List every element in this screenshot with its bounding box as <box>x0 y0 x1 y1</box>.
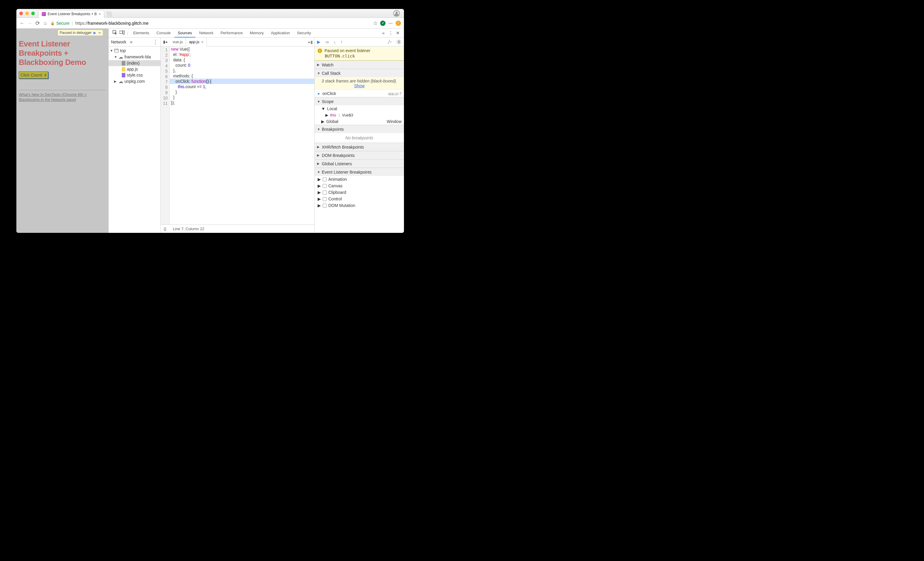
forward-icon[interactable]: → <box>27 21 33 26</box>
current-frame-icon: ➤ <box>317 92 321 96</box>
editor-tab[interactable]: vue.js <box>170 38 186 46</box>
pause-exceptions-icon[interactable]: II <box>396 39 402 45</box>
back-icon[interactable]: ← <box>20 21 25 26</box>
navigator-tab-network[interactable]: Network <box>111 40 126 44</box>
tab-performance[interactable]: Performance <box>217 28 246 38</box>
kebab-menu-icon[interactable]: ⋮ <box>153 39 158 45</box>
step-over-icon[interactable]: ⤼ <box>98 31 101 35</box>
svg-rect-2 <box>123 30 124 34</box>
event-category[interactable]: ▶Animation <box>315 176 404 183</box>
section-breakpoints[interactable]: ▼Breakpoints <box>315 125 404 133</box>
tree-file[interactable]: (index) <box>109 60 160 66</box>
more-tabs-icon[interactable]: » <box>130 39 132 45</box>
checkbox[interactable] <box>322 204 327 207</box>
file-tree: ▼top ▼☁framework-bla (index) app.js styl… <box>109 46 160 86</box>
pause-banner: iPaused on event listener BUTTON.click <box>315 46 404 60</box>
scope-global[interactable]: ▶GlobalWindow <box>315 118 404 125</box>
event-category[interactable]: ▶Control <box>315 196 404 202</box>
tab-console[interactable]: Console <box>153 28 174 38</box>
pretty-print-icon[interactable]: {} <box>164 226 166 231</box>
tree-origin[interactable]: ▼☁framework-bla <box>109 54 160 60</box>
close-window[interactable] <box>20 12 23 15</box>
devtools: | Elements Console Sources Network Perfo… <box>109 28 404 233</box>
more-tabs-icon[interactable]: » <box>380 30 387 35</box>
checkbox[interactable] <box>322 190 327 195</box>
close-tab-icon[interactable]: × <box>201 38 204 46</box>
debugger-pane: ▶ ⤼ ↓ ↑ ⧸◦ II iPaused on event listener … <box>315 38 404 233</box>
resume-icon[interactable]: ▶ <box>93 31 96 35</box>
extension-icon[interactable]: ! <box>396 21 401 26</box>
kebab-menu-icon[interactable]: ⋮ <box>387 30 394 36</box>
section-xhr-bp[interactable]: ▶XHR/fetch Breakpoints <box>315 142 404 151</box>
tab-title: Event Listener Breakpoints + B <box>48 12 97 16</box>
event-category[interactable]: ▶Clipboard <box>315 189 404 196</box>
device-toggle-icon[interactable] <box>119 30 125 35</box>
traffic-lights <box>20 12 35 15</box>
tree-top[interactable]: ▼top <box>109 48 160 54</box>
reload-icon[interactable]: ⟳ <box>35 20 40 27</box>
sources-body: Network » ⋮ ▼top ▼☁framework-bla (index)… <box>109 38 404 233</box>
paused-badge: Paused in debugger ▶ ⤼ <box>58 30 103 36</box>
toggle-navigator-icon[interactable]: ▮◂ <box>161 40 170 44</box>
editor-pane: ▮◂ vue.js app.js× ▸▮ 1234567891011 new V… <box>161 38 315 233</box>
profile-avatar-icon[interactable] <box>393 10 400 16</box>
home-icon[interactable]: ⌂ <box>43 21 48 26</box>
section-dom-bp[interactable]: ▶DOM Breakpoints <box>315 151 404 159</box>
step-over-icon[interactable]: ⤼ <box>326 40 329 44</box>
step-into-icon[interactable]: ↓ <box>334 40 336 44</box>
secure-indicator[interactable]: 🔒Secure <box>50 21 69 26</box>
gutter: 1234567891011 <box>161 46 170 225</box>
close-tab-icon[interactable]: × <box>99 12 101 16</box>
show-frames-link[interactable]: Show <box>354 83 364 88</box>
checkbox[interactable] <box>322 177 327 182</box>
section-scope[interactable]: ▼Scope <box>315 97 404 105</box>
event-category[interactable]: ▶DOM Mutation <box>315 202 404 209</box>
tab-security[interactable]: Security <box>294 28 314 38</box>
browser-window: Event Listener Breakpoints + B × ← → ⟳ ⌂… <box>16 9 404 233</box>
section-event-bp[interactable]: ▼Event Listener Breakpoints <box>315 168 404 176</box>
browser-tab[interactable]: Event Listener Breakpoints + B × <box>38 10 104 18</box>
event-category[interactable]: ▶Canvas <box>315 183 404 189</box>
deactivate-bp-icon[interactable]: ⧸◦ <box>388 39 392 44</box>
lock-icon: 🔒 <box>50 21 55 25</box>
tree-file[interactable]: app.js <box>109 66 160 72</box>
section-callstack[interactable]: ▼Call Stack <box>315 69 404 77</box>
navigator-pane: Network » ⋮ ▼top ▼☁framework-bla (index)… <box>109 38 161 233</box>
inspect-icon[interactable] <box>112 30 118 36</box>
minimize-window[interactable] <box>25 12 29 15</box>
tab-application[interactable]: Application <box>268 28 293 38</box>
bookmark-star-icon[interactable]: ☆ <box>373 20 378 27</box>
scope-local[interactable]: ▼Local <box>315 105 404 112</box>
toggle-debugger-icon[interactable]: ▸▮ <box>307 40 314 44</box>
resume-icon[interactable]: ▶ <box>317 39 321 45</box>
favicon <box>42 12 46 16</box>
tab-memory[interactable]: Memory <box>246 28 267 38</box>
code-lines: new Vue({ el: '#app', data: { count: 0 }… <box>170 46 314 225</box>
editor-tab[interactable]: app.js× <box>186 38 207 46</box>
extension-icon[interactable]: ✓ <box>380 21 386 26</box>
url-field[interactable]: https://framework-blackboxing.glitch.me <box>75 21 370 26</box>
tab-network[interactable]: Network <box>196 28 217 38</box>
extension-icon[interactable]: ••• <box>388 21 393 26</box>
new-tab-button[interactable] <box>106 11 112 17</box>
cursor-position: Line 7, Column 22 <box>173 226 204 231</box>
step-out-icon[interactable]: ↑ <box>340 40 343 44</box>
stack-frame[interactable]: ➤onClickapp.js:7 <box>315 90 404 97</box>
section-global-listeners[interactable]: ▶Global Listeners <box>315 159 404 168</box>
tab-elements[interactable]: Elements <box>130 28 152 38</box>
section-watch[interactable]: ▶Watch <box>315 60 404 69</box>
zoom-window[interactable] <box>31 12 35 15</box>
checkbox[interactable] <box>322 184 327 188</box>
tree-origin[interactable]: ▶☁unpkg.com <box>109 78 160 85</box>
code-editor[interactable]: 1234567891011 new Vue({ el: '#app', data… <box>161 46 314 225</box>
navigator-tabs: Network » ⋮ <box>109 38 160 46</box>
checkbox[interactable] <box>322 197 327 201</box>
close-devtools-icon[interactable]: ✕ <box>394 30 401 36</box>
tree-file[interactable]: style.css <box>109 72 160 78</box>
scope-this[interactable]: ▶this: Vue$3 <box>315 112 404 118</box>
js-file-icon <box>122 67 125 72</box>
debugger-toolbar: ▶ ⤼ ↓ ↑ ⧸◦ II <box>315 38 404 46</box>
tab-sources[interactable]: Sources <box>174 28 195 38</box>
css-file-icon <box>122 73 125 77</box>
document-icon <box>122 61 125 66</box>
